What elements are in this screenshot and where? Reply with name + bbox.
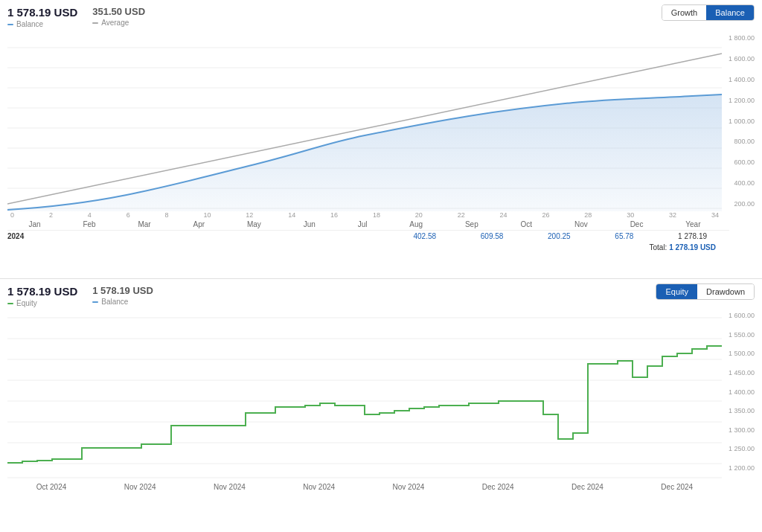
bottom-chart-canvas: Oct 2024 Nov 2024 Nov 2024 Nov 2024 Nov … — [7, 310, 722, 493]
bottom-metric-2: 1 578.19 USD Balance — [92, 285, 153, 306]
top-metric-2: 351.50 USD Average — [92, 6, 145, 27]
y-b-1450: 1 450.00 — [722, 369, 755, 376]
month-labels: Jan Feb Mar Apr May Jun Jul Aug Sep Oct … — [7, 219, 722, 230]
bottom-metric-2-legend: Balance — [92, 298, 153, 306]
top-metric-2-label: Average — [101, 19, 129, 27]
month-mar: Mar — [138, 220, 150, 228]
balance-legend-dot — [7, 24, 13, 25]
top-chart-canvas: 0246810121416182022242628303234 Jan Feb … — [7, 33, 722, 230]
balance-button[interactable]: Balance — [706, 5, 754, 20]
y-label-1000: 1 000.00 — [722, 118, 755, 125]
y-b-1250: 1 250.00 — [722, 445, 755, 452]
month-apr: Apr — [193, 220, 205, 228]
growth-table-row: 2024 402.58 609.58 200.25 65.78 1 278.19 — [7, 230, 729, 242]
top-metric-1-value: 1 578.19 USD — [7, 6, 77, 19]
x-axis-numbers: 0246810121416182022242628303234 — [7, 211, 722, 219]
top-toggle-group[interactable]: Growth Balance — [662, 4, 755, 21]
y-label-200: 200.00 — [722, 200, 755, 208]
top-metrics-row: 1 578.19 USD Balance 351.50 USD Average — [7, 6, 755, 28]
bottom-metric-2-label: Balance — [101, 298, 128, 306]
x-nov-2024-4: Nov 2024 — [393, 483, 425, 491]
x-nov-2024-1: Nov 2024 — [124, 483, 156, 491]
month-jun: Jun — [304, 220, 316, 228]
y-b-1300: 1 300.00 — [722, 426, 755, 434]
y-label-400: 400.00 — [722, 179, 755, 187]
month-feb: Feb — [83, 220, 95, 228]
growth-oct: 609.58 — [481, 232, 504, 240]
bottom-section: 1 578.19 USD Equity 1 578.19 USD Balance… — [0, 279, 762, 532]
top-chart-area: 0246810121416182022242628303234 Jan Feb … — [7, 33, 755, 230]
bottom-metrics-row: 1 578.19 USD Equity 1 578.19 USD Balance — [7, 285, 755, 307]
x-nov-2024-2: Nov 2024 — [214, 483, 246, 491]
y-b-1350: 1 350.00 — [722, 407, 755, 414]
top-chart-svg — [7, 33, 722, 211]
month-oct: Oct — [521, 220, 533, 228]
month-aug: Aug — [409, 220, 423, 228]
month-jul: Jul — [358, 220, 368, 228]
equity-legend-dot — [7, 303, 13, 304]
bottom-metric-2-value: 1 578.19 USD — [92, 285, 153, 296]
bottom-chart-svg — [7, 310, 722, 481]
total-label: Total: — [649, 243, 667, 251]
bottom-metric-1-value: 1 578.19 USD — [7, 285, 77, 298]
average-legend-dot — [92, 22, 98, 24]
x-nov-2024-3: Nov 2024 — [303, 483, 335, 491]
bottom-y-axis: 1 600.00 1 550.00 1 500.00 1 450.00 1 40… — [722, 310, 755, 493]
y-b-1400: 1 400.00 — [722, 388, 755, 396]
month-may: May — [247, 220, 261, 228]
top-metric-1: 1 578.19 USD Balance — [7, 6, 77, 28]
month-dec: Dec — [630, 220, 644, 228]
equity-button[interactable]: Equity — [656, 284, 697, 299]
y-b-1600: 1 600.00 — [722, 312, 755, 319]
x-dec-2024-1: Dec 2024 — [482, 483, 514, 491]
month-sep: Sep — [465, 220, 478, 228]
y-label-1800: 1 800.00 — [722, 34, 755, 42]
growth-button[interactable]: Growth — [662, 5, 706, 20]
bottom-metric-1-legend: Equity — [7, 299, 77, 307]
y-b-1200: 1 200.00 — [722, 464, 755, 472]
growth-dec: 65.78 — [615, 232, 633, 240]
bottom-metric-1-label: Equity — [16, 299, 37, 307]
drawdown-button[interactable]: Drawdown — [697, 284, 754, 299]
total-row: Total: 1 278.19 USD — [7, 242, 755, 251]
x-dec-2024-2: Dec 2024 — [572, 483, 603, 491]
growth-nov: 200.25 — [548, 232, 571, 240]
month-jan: Jan — [28, 220, 40, 228]
growth-sep: 402.58 — [413, 232, 436, 240]
top-section: 1 578.19 USD Balance 351.50 USD Average … — [0, 0, 762, 279]
y-label-1600: 1 600.00 — [722, 55, 755, 63]
top-metric-2-legend: Average — [92, 19, 145, 27]
y-label-1200: 1 200.00 — [722, 97, 755, 104]
growth-year: 1 278.19 — [678, 232, 707, 240]
y-label-1400: 1 400.00 — [722, 76, 755, 83]
bottom-toggle-group[interactable]: Equity Drawdown — [656, 283, 755, 300]
top-y-axis: 1 800.00 1 600.00 1 400.00 1 200.00 1 00… — [722, 33, 755, 230]
bottom-x-axis: Oct 2024 Nov 2024 Nov 2024 Nov 2024 Nov … — [7, 481, 722, 493]
total-value: 1 278.19 USD — [669, 243, 716, 251]
month-nov: Nov — [574, 220, 588, 228]
month-year: Year — [685, 220, 700, 228]
y-b-1550: 1 550.00 — [722, 331, 755, 339]
x-oct-2024: Oct 2024 — [36, 483, 67, 491]
top-metric-2-value: 351.50 USD — [92, 6, 145, 17]
y-b-1500: 1 500.00 — [722, 350, 755, 357]
balance-legend-dot-2 — [92, 301, 98, 303]
y-label-600: 600.00 — [722, 158, 755, 166]
x-dec-2024-3: Dec 2024 — [661, 483, 693, 491]
top-metric-1-label: Balance — [16, 20, 43, 28]
bottom-chart-area: Oct 2024 Nov 2024 Nov 2024 Nov 2024 Nov … — [7, 310, 755, 493]
bottom-metric-1: 1 578.19 USD Equity — [7, 285, 77, 307]
y-label-800: 800.00 — [722, 138, 755, 145]
top-metric-1-legend: Balance — [7, 20, 77, 28]
growth-cells: 402.58 609.58 200.25 65.78 1 278.19 — [36, 232, 729, 240]
year-label: 2024 — [7, 232, 36, 240]
